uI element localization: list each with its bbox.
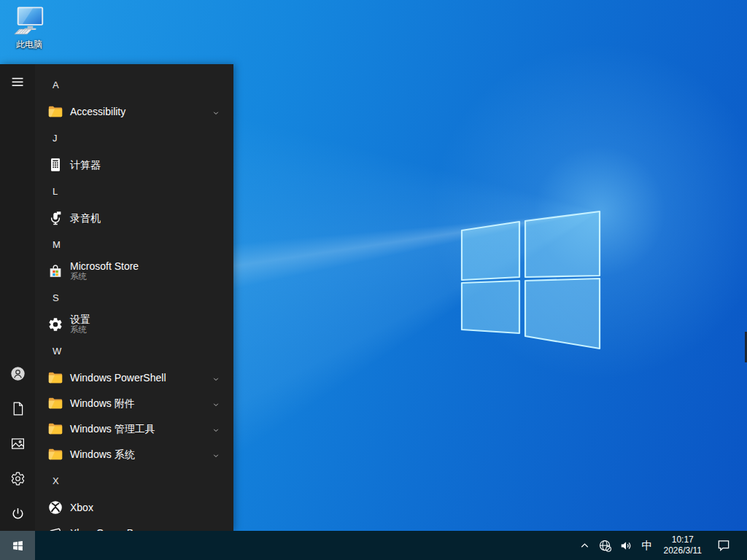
folder-icon [47,394,64,412]
app-row-设置[interactable]: 设置系统 [35,311,233,337]
app-row-xbox-game-bar[interactable]: Xbox Game Bar [35,520,233,531]
section-letter: X [53,475,59,486]
app-text: Windows 附件 [70,397,135,409]
app-label: 录音机 [70,212,101,224]
gamebar-icon [47,524,64,532]
rail-button-user[interactable] [0,356,35,391]
speaker-icon [619,539,633,553]
rail-button-menu[interactable] [0,64,35,99]
gear-outline-icon [10,471,26,486]
app-text: 计算器 [70,159,101,171]
app-text: Xbox [70,502,93,513]
chevron-down-icon[interactable] [212,107,220,116]
this-pc-icon [12,6,46,38]
clock-time: 10:17 [672,534,694,545]
this-pc-label: 此电脑 [16,39,42,51]
xbox-icon [47,499,64,516]
section-header-A[interactable]: A [35,71,233,98]
app-row-xbox[interactable]: Xbox [35,494,233,520]
app-label: Windows 附件 [70,397,135,409]
system-tray: 中 10:17 2026/3/11 [575,531,747,560]
desktop-icon-this-pc[interactable]: 此电脑 [6,6,53,51]
app-label: Windows PowerShell [70,372,166,384]
app-label: Xbox [70,502,93,513]
section-header-M[interactable]: M [35,230,233,258]
app-row-microsoft-store[interactable]: Microsoft Store系统 [35,258,233,284]
chevron-down-icon[interactable] [212,373,220,382]
app-text: Windows 系统 [70,448,135,460]
section-header-L[interactable]: L [35,177,233,205]
app-text: Windows 管理工具 [70,423,155,435]
app-label: Windows 系统 [70,448,135,460]
app-text: Microsoft Store系统 [70,260,139,281]
rail-button-power[interactable] [0,496,35,531]
app-sublabel: 系统 [70,272,139,281]
document-icon [10,401,26,416]
desktop-wallpaper: 此电脑 AAccessibilityJ计算器L录音机MMicrosoft Sto… [0,0,747,560]
section-letter: A [53,79,59,90]
chevron-down-icon[interactable] [212,450,220,459]
volume-button[interactable] [616,531,637,560]
pictures-icon [10,436,26,451]
clock[interactable]: 10:17 2026/3/11 [658,534,708,556]
section-header-X[interactable]: X [35,467,233,494]
ime-indicator[interactable]: 中 [637,531,658,560]
start-menu-rail [0,64,35,531]
app-label: Windows 管理工具 [70,423,155,435]
rail-button-documents[interactable] [0,391,35,426]
app-row-windows-powershell[interactable]: Windows PowerShell [35,365,233,390]
start-menu-app-list: AAccessibilityJ计算器L录音机MMicrosoft Store系统… [35,64,233,531]
taskbar: 中 10:17 2026/3/11 [0,531,747,560]
user-icon [10,366,26,381]
action-center-button[interactable] [708,531,738,560]
app-row-accessibility[interactable]: Accessibility [35,98,233,124]
chevron-up-icon [578,540,591,552]
app-row-windows-管理工具[interactable]: Windows 管理工具 [35,416,233,441]
windows-flag-icon [12,540,24,552]
globe-no-internet-icon [598,539,612,553]
app-label: Accessibility [70,106,125,117]
action-center-icon [716,538,731,553]
app-text: 设置系统 [70,314,90,335]
rail-button-settings[interactable] [0,461,35,496]
clock-date: 2026/3/11 [664,545,703,556]
microphone-icon [47,209,64,227]
app-row-计算器[interactable]: 计算器 [35,152,233,177]
power-icon [10,506,26,521]
app-sublabel: 系统 [70,325,90,335]
folder-icon [47,420,64,438]
app-text: 录音机 [70,212,101,224]
app-row-windows-系统[interactable]: Windows 系统 [35,441,233,467]
section-letter: L [53,186,58,197]
section-letter: J [53,133,58,144]
folder-icon [47,369,64,386]
section-header-J[interactable]: J [35,124,233,152]
section-header-W[interactable]: W [35,337,233,365]
app-label: 计算器 [70,159,101,171]
section-letter: W [53,346,61,357]
app-label: Microsoft Store [70,260,139,272]
store-icon [47,262,64,280]
ime-label: 中 [642,539,653,553]
chevron-down-icon[interactable] [212,399,220,408]
hidden-icons-chevron-button[interactable] [575,531,595,560]
rail-button-pictures[interactable] [0,426,35,461]
chevron-down-icon[interactable] [212,424,220,433]
app-text: Windows PowerShell [70,372,166,384]
folder-icon [47,446,64,463]
hamburger-icon [10,74,26,90]
folder-icon [47,103,64,120]
section-letter: M [53,239,61,250]
start-button[interactable] [0,531,35,560]
calculator-icon [47,156,64,174]
rail-spacer [0,99,35,356]
app-row-windows-附件[interactable]: Windows 附件 [35,390,233,416]
app-text: Accessibility [70,106,125,117]
app-label: 设置 [70,314,90,325]
gear-icon [47,316,64,333]
network-status-button[interactable] [595,531,616,560]
section-header-S[interactable]: S [35,284,233,311]
app-row-录音机[interactable]: 录音机 [35,205,233,230]
section-letter: S [53,292,59,303]
start-menu: AAccessibilityJ计算器L录音机MMicrosoft Store系统… [0,64,233,531]
